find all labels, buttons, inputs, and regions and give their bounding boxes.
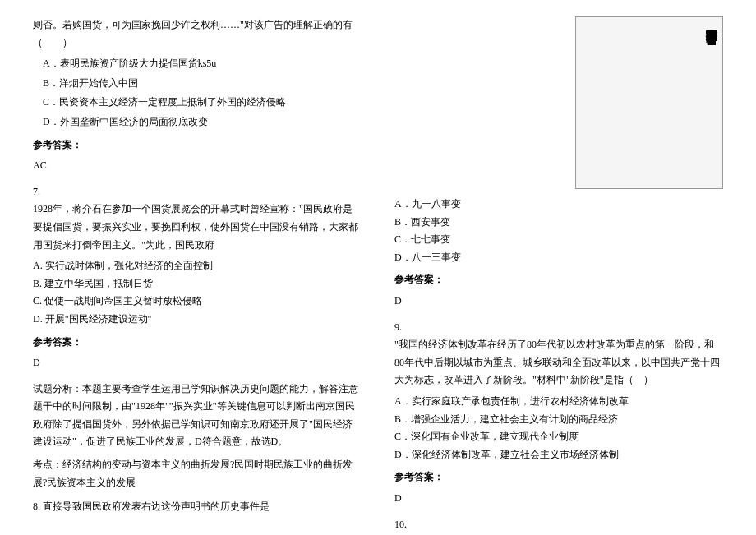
q9-number: 9. [394, 319, 723, 337]
q6-option-b: B．洋烟开始传入中国 [33, 75, 362, 93]
q7-answer-label: 参考答案： [33, 334, 362, 352]
q7-number: 7. [33, 183, 362, 201]
q9-option-a: A．实行家庭联产承包责任制，进行农村经济体制改革 [394, 393, 723, 411]
q7-text: 1928年，蒋介石在参加一个国货展览会的开幕式时曾经宣称："国民政府是要提倡国货… [33, 201, 362, 254]
q9-text: "我国的经济体制改革在经历了80年代初以农村改革为重点的第一阶段，和80年代中后… [394, 336, 723, 390]
q9-option-d: D．深化经济体制改革，建立社会主义市场经济体制 [394, 446, 723, 464]
q9-option-b: B．增强企业活力，建立社会主义有计划的商品经济 [394, 411, 723, 429]
q7-answer: D [33, 354, 362, 372]
q7-option-d: D. 开展"国民经济建设运动" [33, 311, 362, 329]
q8-option-a: A．九一八事变 [394, 196, 723, 214]
q7-analysis-1: 试题分析：本题主要考查学生运用已学知识解决历史问题的能力，解答注意题干中的时间限… [33, 380, 362, 451]
q9-answer: D [394, 490, 723, 508]
q7-analysis-2: 考点：经济结构的变动与资本主义的曲折发展?民国时期民族工业的曲折发展?民族资本主… [33, 456, 362, 491]
q6-answer-label: 参考答案： [33, 136, 362, 155]
q8-answer-label: 参考答案： [394, 271, 723, 289]
q8-option-c: C．七七事变 [394, 231, 723, 249]
q10-number: 10. [394, 516, 723, 534]
q6-answer: AC [33, 157, 362, 175]
q6-option-c: C．民资资本主义经济一定程度上抵制了外国的经济侵略 [33, 94, 362, 112]
q8-answer: D [394, 293, 723, 311]
q6-option-d: D．外国垄断中国经济的局面彻底改变 [33, 113, 362, 131]
q8-option-d: D．八一三事变 [394, 249, 723, 267]
left-column: 则否。若购国货，可为国家挽回少许之权利……"对该广告的理解正确的有（ ） A．表… [33, 16, 362, 535]
q9-answer-label: 参考答案： [394, 468, 723, 487]
q9-option-c: C．深化国有企业改革，建立现代企业制度 [394, 428, 723, 446]
q6-option-a: A．表明民族资产阶级大力提倡国货ks5u [33, 55, 362, 73]
right-column: 國民政府自衛抗戰聲明書 中國今日鄭重聲明中國之領土主權已横受日本之侵略盧溝橋事變… [394, 16, 723, 535]
declaration-image: 國民政府自衛抗戰聲明書 中國今日鄭重聲明中國之領土主權已横受日本之侵略盧溝橋事變… [575, 16, 723, 189]
q7-option-b: B. 建立中华民国，抵制日货 [33, 275, 362, 293]
q7-option-c: C. 促使一战期间帝国主义暂时放松侵略 [33, 293, 362, 311]
q6-intro: 则否。若购国货，可为国家挽回少许之权利……"对该广告的理解正确的有（ ） [33, 16, 362, 52]
q8-option-b: B．西安事变 [394, 214, 723, 232]
q7-option-a: A. 实行战时体制，强化对经济的全面控制 [33, 257, 362, 275]
q8-text: 8. 直接导致国民政府发表右边这份声明书的历史事件是 [33, 498, 362, 516]
